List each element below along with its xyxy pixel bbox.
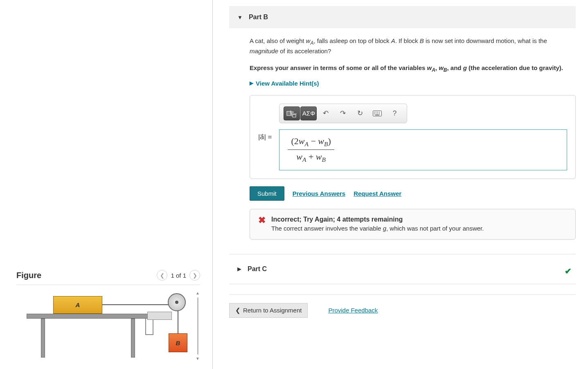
- right-pane: ▼ Part B A cat, also of weight wA, falls…: [213, 0, 588, 369]
- feedback-box: ✖ Incorrect; Try Again; 4 attempts remai…: [250, 209, 576, 240]
- help-button[interactable]: ?: [386, 106, 403, 120]
- correct-icon: ✔: [565, 266, 572, 276]
- svg-point-11: [377, 113, 378, 114]
- reset-button[interactable]: ↻: [352, 106, 368, 120]
- svg-point-10: [376, 113, 376, 114]
- instruction-text: Express your answer in terms of some or …: [250, 63, 576, 74]
- svg-rect-13: [375, 115, 379, 115]
- figure-body: A B ▲ ▼: [16, 291, 200, 361]
- figure-title: Figure: [16, 271, 41, 280]
- template-tool-button[interactable]: x: [284, 106, 300, 120]
- keyboard-button[interactable]: [369, 106, 385, 120]
- scroll-up-icon[interactable]: ▲: [195, 291, 200, 295]
- provide-feedback-link[interactable]: Provide Feedback: [328, 307, 378, 314]
- part-b-header[interactable]: ▼ Part B: [229, 6, 576, 28]
- part-c-title: Part C: [248, 265, 267, 273]
- scroll-down-icon[interactable]: ▼: [195, 357, 200, 361]
- svg-point-12: [379, 113, 380, 114]
- left-pane: Figure ❮ 1 of 1 ❯ A: [0, 0, 213, 369]
- figure-section: Figure ❮ 1 of 1 ❯ A: [16, 270, 200, 361]
- submit-button[interactable]: Submit: [250, 186, 284, 201]
- return-button[interactable]: ❮ Return to Assignment: [229, 303, 308, 318]
- block-a-label: A: [53, 296, 102, 314]
- figure-prev-button[interactable]: ❮: [157, 270, 167, 281]
- question-text: A cat, also of weight wA, falls asleep o…: [250, 36, 576, 56]
- answer-label: |a⃗| =: [258, 133, 272, 141]
- svg-point-7: [377, 112, 378, 113]
- answer-box: |a⃗| = x ΑΣΦ ↶ ↷ ↻ ?: [250, 95, 576, 179]
- view-hints-link[interactable]: ▶ View Available Hint(s): [250, 80, 576, 87]
- figure-counter: 1 of 1: [171, 272, 186, 279]
- figure-scrollbar[interactable]: ▲ ▼: [195, 291, 200, 361]
- figure-diagram: A B: [16, 291, 191, 361]
- footer-row: ❮ Return to Assignment Provide Feedback: [229, 294, 576, 318]
- svg-point-5: [374, 112, 375, 113]
- collapse-icon: ▼: [237, 14, 243, 20]
- greek-tool-button[interactable]: ΑΣΦ: [300, 106, 317, 120]
- incorrect-icon: ✖: [258, 216, 266, 233]
- part-b-body: A cat, also of weight wA, falls asleep o…: [229, 28, 576, 248]
- block-b-label: B: [169, 333, 187, 352]
- expand-icon: ▶: [237, 266, 241, 272]
- svg-rect-4: [373, 111, 382, 116]
- part-c-header[interactable]: ▶ Part C: [229, 260, 576, 278]
- undo-button[interactable]: ↶: [318, 106, 334, 120]
- svg-rect-3: [293, 115, 296, 117]
- svg-point-8: [379, 112, 380, 113]
- svg-point-6: [376, 112, 376, 113]
- figure-nav: ❮ 1 of 1 ❯: [157, 270, 200, 281]
- answer-input[interactable]: (2wA − wB) wA + wB: [279, 129, 567, 170]
- expand-icon: ▶: [250, 80, 253, 86]
- part-b-title: Part B: [249, 14, 268, 21]
- svg-point-9: [374, 113, 375, 114]
- equation-toolbar: x ΑΣΦ ↶ ↷ ↻ ?: [279, 104, 407, 123]
- feedback-message: The correct answer involves the variable…: [271, 224, 484, 233]
- figure-header: Figure ❮ 1 of 1 ❯: [16, 270, 200, 285]
- figure-next-button[interactable]: ❯: [189, 270, 200, 281]
- chevron-left-icon: ❮: [235, 307, 241, 314]
- svg-text:x: x: [292, 110, 294, 114]
- feedback-title: Incorrect; Try Again; 4 attempts remaini…: [271, 216, 484, 223]
- request-answer-link[interactable]: Request Answer: [354, 190, 401, 197]
- action-row: Submit Previous Answers Request Answer: [250, 186, 576, 201]
- previous-answers-link[interactable]: Previous Answers: [293, 190, 346, 197]
- redo-button[interactable]: ↷: [335, 106, 351, 120]
